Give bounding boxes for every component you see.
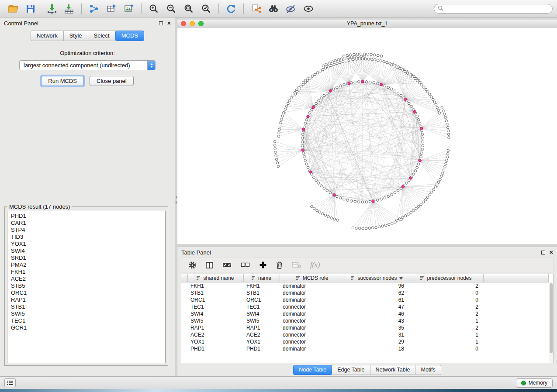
cell-mcds-role[interactable]: dominator xyxy=(280,345,345,352)
cell-successor-nodes[interactable]: 46 xyxy=(345,310,409,317)
cell-name[interactable]: FKH1 xyxy=(243,282,280,289)
cell-predecessor-nodes[interactable]: 2 xyxy=(409,310,483,317)
cell-successor-nodes[interactable]: 43 xyxy=(345,317,409,324)
cell-mcds-role[interactable]: connector xyxy=(280,338,345,345)
zoom-in-icon[interactable] xyxy=(145,2,163,16)
zoom-selected-icon[interactable] xyxy=(197,2,215,16)
mcds-result-item[interactable]: PMA2 xyxy=(7,261,165,268)
cell-shared-name[interactable]: YOX1 xyxy=(187,338,243,345)
table-row[interactable]: YOX1YOX1connector291 xyxy=(181,338,549,345)
mcds-result-item[interactable]: FKH1 xyxy=(7,268,165,275)
scrollbar-thumb[interactable] xyxy=(550,283,553,353)
mcds-result-item[interactable]: TEC1 xyxy=(7,317,165,324)
cell-successor-nodes[interactable]: 18 xyxy=(345,345,409,352)
cell-predecessor-nodes[interactable]: 2 xyxy=(409,282,483,289)
trash-icon[interactable] xyxy=(276,261,283,269)
tab-mcds[interactable]: MCDS xyxy=(115,31,144,41)
window-minimize-icon[interactable] xyxy=(190,21,195,26)
table-scrollbar[interactable] xyxy=(549,282,553,363)
cell-shared-name[interactable]: RAP1 xyxy=(187,324,243,331)
cell-shared-name[interactable]: STB1 xyxy=(187,289,243,296)
mcds-result-item[interactable]: SWI5 xyxy=(7,310,165,317)
cell-predecessor-nodes[interactable]: 0 xyxy=(409,345,483,352)
row-gutter[interactable] xyxy=(181,345,187,352)
table-row[interactable]: TEC1TEC1connector472 xyxy=(181,303,549,310)
cell-name[interactable]: PHD1 xyxy=(243,345,280,352)
select-all-icon[interactable] xyxy=(222,261,232,269)
mcds-result-item[interactable]: PHD1 xyxy=(7,213,165,220)
sort-icon[interactable] xyxy=(351,275,355,281)
mcds-result-item[interactable]: ORC1 xyxy=(7,289,165,296)
cell-name[interactable]: ORC1 xyxy=(243,296,280,303)
tab-network-table[interactable]: Network Table xyxy=(370,365,416,375)
sort-icon[interactable] xyxy=(296,275,301,281)
cell-name[interactable]: RAP1 xyxy=(243,324,280,331)
cell-name[interactable]: ACE2 xyxy=(243,331,280,338)
sort-icon[interactable] xyxy=(197,275,201,281)
network-canvas[interactable] xyxy=(177,28,557,244)
row-filler[interactable] xyxy=(483,303,549,310)
search-input[interactable] xyxy=(446,6,549,12)
cell-shared-name[interactable]: ORC1 xyxy=(187,296,243,303)
chevron-down-icon[interactable] xyxy=(399,275,403,281)
tab-edge-table[interactable]: Edge Table xyxy=(332,365,370,375)
cell-mcds-role[interactable]: connector xyxy=(280,331,345,338)
row-gutter[interactable] xyxy=(181,303,187,310)
mcds-result-item[interactable]: ACE2 xyxy=(7,275,165,282)
row-gutter[interactable] xyxy=(181,296,187,303)
row-gutter[interactable] xyxy=(181,289,187,296)
cell-mcds-role[interactable]: dominator xyxy=(280,310,345,317)
row-filler[interactable] xyxy=(483,296,549,303)
network-graph[interactable] xyxy=(177,28,557,244)
table-row[interactable]: FKH1FKH1dominator962 xyxy=(181,282,549,289)
row-gutter[interactable] xyxy=(181,310,187,317)
zoom-fit-icon[interactable] xyxy=(180,2,197,16)
row-filler[interactable] xyxy=(483,289,549,296)
save-floppy-icon[interactable] xyxy=(22,2,39,16)
table-close-icon[interactable]: × xyxy=(550,249,553,255)
mcds-result-list[interactable]: PHD1CAR1STP4TID3YOX1SWI4SRD1PMA2FKH1ACE2… xyxy=(7,211,166,363)
cell-mcds-role[interactable]: dominator xyxy=(280,289,345,296)
mcds-result-item[interactable]: RAP1 xyxy=(7,296,165,303)
close-panel-button[interactable]: Close panel xyxy=(90,76,134,86)
table-row[interactable]: SWI5SWI5connector431 xyxy=(181,317,549,324)
cell-mcds-role[interactable]: connector xyxy=(280,317,345,324)
table-import-icon[interactable] xyxy=(103,2,120,16)
row-gutter[interactable] xyxy=(181,331,187,338)
cell-mcds-role[interactable]: dominator xyxy=(280,282,345,289)
tab-motifs[interactable]: Motifs xyxy=(415,365,441,375)
row-filler[interactable] xyxy=(483,282,549,289)
mcds-result-item[interactable]: TID3 xyxy=(7,234,165,241)
table-row[interactable]: RAP1RAP1dominator352 xyxy=(181,324,549,331)
cell-predecessor-nodes[interactable]: 1 xyxy=(409,317,483,324)
mcds-result-item[interactable]: CAR1 xyxy=(7,220,165,227)
eye-icon[interactable] xyxy=(300,2,317,16)
column-header-name[interactable]: name xyxy=(243,274,280,282)
cell-predecessor-nodes[interactable]: 1 xyxy=(409,331,483,338)
row-gutter[interactable] xyxy=(181,282,187,289)
row-gutter[interactable] xyxy=(181,317,187,324)
binoculars-icon[interactable] xyxy=(265,2,282,16)
cell-predecessor-nodes[interactable]: 0 xyxy=(409,296,483,303)
table-row[interactable]: STB1STB1dominator620 xyxy=(181,289,549,296)
cell-predecessor-nodes[interactable]: 0 xyxy=(409,289,483,296)
row-filler[interactable] xyxy=(483,324,549,331)
search-field[interactable] xyxy=(434,4,553,14)
row-gutter[interactable] xyxy=(181,324,187,331)
table-row[interactable]: SWI4SWI4dominator462 xyxy=(181,310,549,317)
memory-button[interactable]: Memory xyxy=(516,378,553,388)
cell-shared-name[interactable]: PHD1 xyxy=(187,345,243,352)
cell-name[interactable]: SWI4 xyxy=(243,310,280,317)
cell-successor-nodes[interactable]: 29 xyxy=(345,338,409,345)
cell-mcds-role[interactable]: dominator xyxy=(280,296,345,303)
cell-shared-name[interactable]: SWI5 xyxy=(187,317,243,324)
cell-name[interactable]: SWI5 xyxy=(243,317,280,324)
cell-successor-nodes[interactable]: 62 xyxy=(345,289,409,296)
network-share-icon[interactable] xyxy=(85,2,103,16)
tab-network[interactable]: Network xyxy=(31,31,64,41)
table-float-icon[interactable] xyxy=(541,251,545,254)
cell-predecessor-nodes[interactable]: 2 xyxy=(409,324,483,331)
mcds-result-item[interactable]: STB1 xyxy=(7,303,165,310)
sort-icon[interactable] xyxy=(420,275,425,281)
table-row[interactable]: ACE2ACE2connector311 xyxy=(181,331,549,338)
